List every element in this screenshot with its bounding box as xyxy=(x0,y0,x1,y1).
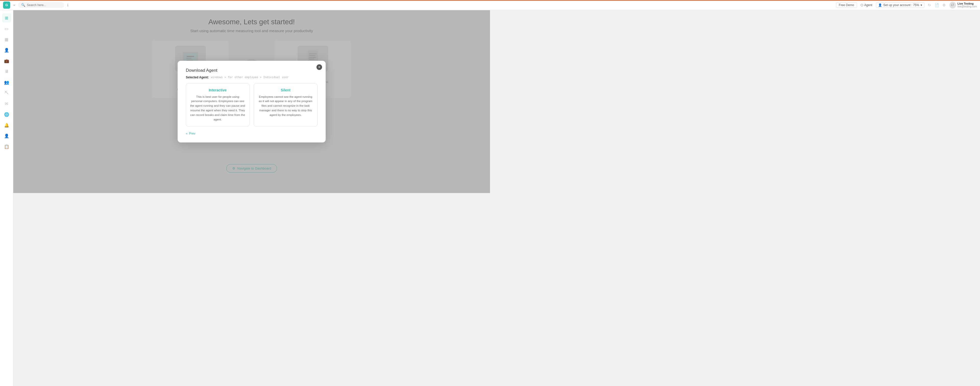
topbar: G » 🔍 ℹ Free Demo ⬡ Agent 👤 Set up your … xyxy=(0,0,490,10)
selected-agent-path: windows > for other employee > Individua… xyxy=(211,76,289,79)
sidebar-item-team[interactable]: 👥 xyxy=(2,78,11,87)
sidebar: ⊞ ▭ ▦ 👤 💼 🖥 👥 ⛏ ✉ 🌐 🔔 👤 📋 xyxy=(0,10,13,193)
sidebar-item-monitor[interactable]: ▭ xyxy=(2,24,11,33)
prev-label: Prev xyxy=(189,132,196,135)
search-bar[interactable]: 🔍 xyxy=(18,2,64,8)
sidebar-item-work[interactable]: 💼 xyxy=(2,56,11,65)
modal-selected-agent: Selected Agent: windows > for other empl… xyxy=(186,76,318,79)
sidebar-item-globe[interactable]: 🌐 xyxy=(2,110,11,119)
sidebar-item-person[interactable]: 👤 xyxy=(2,131,11,140)
search-input[interactable] xyxy=(27,3,57,7)
app-logo[interactable]: G xyxy=(3,2,10,9)
sidebar-item-user[interactable]: 👤 xyxy=(2,45,11,55)
modal-title: Download Agent xyxy=(186,68,318,73)
silent-title: Silent xyxy=(281,88,290,92)
prev-icon: « xyxy=(186,132,188,135)
main-content: Awesome, Lets get started! Start using a… xyxy=(13,10,490,193)
sidebar-item-desktop[interactable]: 🖥 xyxy=(2,67,11,76)
sidebar-item-calendar[interactable]: ▦ xyxy=(2,35,11,44)
sidebar-item-mail[interactable]: ✉ xyxy=(2,99,11,108)
agent-type-cards: Interactive This is best user for people… xyxy=(186,83,318,127)
expand-icon[interactable]: » xyxy=(12,3,16,7)
sidebar-item-alerts[interactable]: 🔔 xyxy=(2,121,11,130)
sidebar-item-dashboard[interactable]: ⊞ xyxy=(2,13,11,22)
sidebar-item-projects[interactable]: ⛏ xyxy=(2,88,11,97)
top-accent-bar xyxy=(0,0,490,1)
silent-card[interactable]: Silent Employees cannot see the agent ru… xyxy=(254,83,318,127)
modal-overlay: ✕ Download Agent Selected Agent: windows… xyxy=(13,10,490,193)
selected-agent-label: Selected Agent: xyxy=(186,76,209,79)
search-icon: 🔍 xyxy=(21,3,25,7)
prev-button[interactable]: « Prev xyxy=(186,132,195,135)
interactive-title: Interactive xyxy=(209,88,227,92)
download-agent-modal: ✕ Download Agent Selected Agent: windows… xyxy=(178,61,326,143)
silent-desc: Employees cannot see the agent running a… xyxy=(258,95,313,117)
sidebar-item-reports[interactable]: 📋 xyxy=(2,142,11,151)
info-icon[interactable]: ℹ xyxy=(67,3,68,7)
modal-close-button[interactable]: ✕ xyxy=(317,64,322,70)
interactive-card[interactable]: Interactive This is best user for people… xyxy=(186,83,250,127)
interactive-desc: This is best user for people using perso… xyxy=(190,95,245,122)
